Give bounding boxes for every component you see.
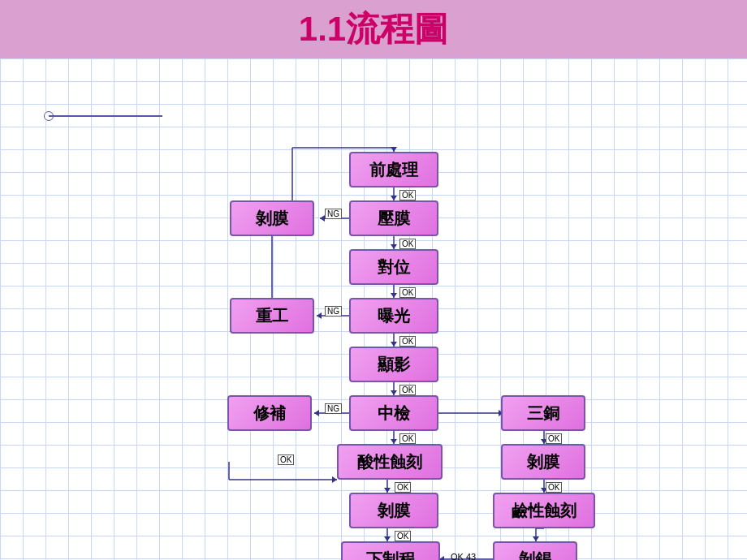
ok-label-7: OK [395,482,411,493]
loop-line [49,115,162,117]
align-box: 對位 [349,249,438,285]
svg-marker-41 [332,476,337,483]
strip2-box: 剝膜 [501,444,585,480]
ok-label-2: OK [399,239,416,249]
ok-label-8: OK [395,531,411,541]
strip1-box: 剝膜 [349,493,438,528]
main-content: 前處理 壓膜 對位 曝光 顯影 中檢 酸性蝕刻 剝膜 下制程 剝膜 重工 修補 … [0,58,747,560]
header: 1.1流程圖 [0,0,747,58]
alk-etch-box: 鹼性蝕刻 [493,493,595,528]
laminate-box: 壓膜 [349,200,438,236]
strip-ng-box: 剝膜 [230,200,314,236]
rework-box: 重工 [230,298,314,334]
svg-marker-21 [314,410,319,416]
cu3-box: 三銅 [501,395,585,431]
ok-label-5: OK [399,385,416,395]
ng-label-3: NG [325,403,342,414]
midcheck-box: 中檢 [349,395,438,431]
ok-label-4: OK [399,336,416,347]
repair-box: 修補 [227,395,312,431]
next-proc-box: 下制程 [341,541,440,560]
ok-label-6: OK [399,433,416,444]
page-title: 1.1流程圖 [299,6,448,52]
ok43-label: OK 43 [449,552,477,560]
strip-sn-box: 剝錫 [493,541,577,560]
expose-box: 曝光 [349,298,438,334]
svg-marker-19 [317,312,322,319]
ok-label-1: OK [399,190,416,200]
ok-label-3: OK [399,287,416,298]
preprocess-box: 前處理 [349,152,438,187]
ok-label-repair: OK [278,454,294,465]
acid-etch-box: 酸性蝕刻 [337,444,443,480]
ok-label-strip2: OK [546,482,562,493]
ng-label-2: NG [325,306,342,317]
develop-box: 顯影 [349,347,438,382]
ng-label-1: NG [325,209,342,219]
ok-label-cu3: OK [546,433,562,444]
